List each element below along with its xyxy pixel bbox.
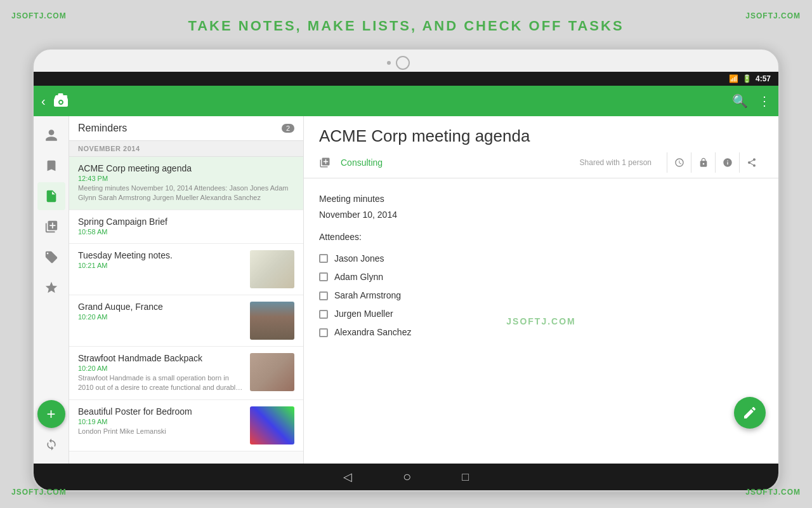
note-item-france[interactable]: Grand Auque, France 10:20 AM (69, 295, 303, 347)
note-notebook-name[interactable]: Consulting (341, 157, 383, 168)
tablet-home-button[interactable] (396, 56, 410, 70)
attendee-1-name: Jason Jones (334, 251, 384, 267)
back-button[interactable]: ‹ (41, 94, 46, 109)
notes-list-count: 2 (282, 124, 294, 133)
meeting-date-line: November 10, 2014 (319, 207, 763, 223)
status-time: 4:57 (756, 74, 771, 83)
reminder-icon[interactable] (667, 152, 691, 173)
status-bar-icons: 📶 🔋 4:57 (729, 74, 771, 83)
tablet-dot (387, 61, 391, 65)
note-item-backpack-time: 10:20 AM (78, 364, 244, 372)
page-headline: TAKE NOTES, MAKE LISTS, AND CHECK OFF TA… (188, 18, 624, 34)
nav-back-button[interactable]: ◁ (343, 470, 352, 484)
checkbox-5[interactable] (319, 328, 328, 337)
checkbox-4[interactable] (319, 310, 328, 319)
watermark-top-right: JSOFTJ.COM (745, 11, 801, 20)
watermark-bottom-right: JSOFTJ.COM (745, 488, 801, 497)
share-icon[interactable] (739, 152, 763, 173)
note-item-spring-time: 10:58 AM (78, 228, 294, 236)
attendee-4: Jurgen Mueller (319, 306, 763, 322)
meeting-minutes-line: Meeting minutes (319, 191, 763, 207)
new-note-button[interactable]: + (37, 400, 65, 428)
note-item-acme-title: ACME Corp meeting agenda (78, 163, 294, 173)
tablet-frame: 📶 🔋 4:57 ‹ 🔍 ⋮ (32, 48, 780, 492)
notebook-icon (319, 157, 331, 168)
evernote-logo (51, 91, 71, 111)
attendee-3-name: Sarah Armstrong (334, 288, 401, 304)
note-item-poster[interactable]: Beautiful Poster for Bedroom 10:19 AM Lo… (69, 400, 303, 451)
checkbox-3[interactable] (319, 291, 328, 300)
note-item-poster-content: Beautiful Poster for Bedroom 10:19 AM Lo… (78, 406, 244, 444)
notes-list-header: Reminders 2 (69, 116, 303, 141)
note-item-france-time: 10:20 AM (78, 313, 244, 321)
nav-home-button[interactable]: ○ (403, 469, 411, 485)
note-detail-meta: Consulting Shared with 1 person (319, 152, 763, 173)
note-item-backpack-preview: Strawfoot Handmade is a small operation … (78, 373, 244, 393)
tablet-camera-area (387, 56, 410, 70)
edit-note-button[interactable] (734, 397, 766, 429)
note-item-france-thumb (250, 302, 294, 340)
attendee-4-name: Jurgen Mueller (334, 306, 393, 322)
sidebar: + (34, 116, 69, 464)
watermark-bottom-left: JSOFTJ.COM (11, 488, 67, 497)
checkbox-1[interactable] (319, 254, 328, 263)
watermark-top-left: JSOFTJ.COM (11, 11, 67, 20)
attendee-1: Jason Jones (319, 251, 763, 267)
app-top-bar: ‹ 🔍 ⋮ (34, 86, 778, 116)
status-bar: 📶 🔋 4:57 (34, 72, 778, 86)
note-item-acme-time: 12:43 PM (78, 175, 294, 182)
more-options-icon[interactable]: ⋮ (758, 93, 771, 109)
battery-icon: 🔋 (742, 74, 752, 83)
sidebar-item-shortcuts[interactable] (37, 152, 65, 180)
note-item-acme[interactable]: ACME Corp meeting agenda 12:43 PM Meetin… (69, 157, 303, 210)
sidebar-bottom: + (37, 400, 65, 464)
sidebar-item-notebooks[interactable] (37, 213, 65, 241)
note-item-backpack[interactable]: Strawfoot Handmade Backpack 10:20 AM Str… (69, 347, 303, 400)
info-icon[interactable] (715, 152, 739, 173)
sidebar-item-tags[interactable] (37, 243, 65, 271)
sidebar-item-starred[interactable] (37, 274, 65, 302)
note-item-france-content: Grand Auque, France 10:20 AM (78, 302, 244, 340)
note-item-backpack-title: Strawfoot Handmade Backpack (78, 353, 244, 363)
attendee-2: Adam Glynn (319, 269, 763, 285)
note-item-tuesday-thumb (250, 250, 294, 288)
note-item-acme-content: ACME Corp meeting agenda 12:43 PM Meetin… (78, 163, 294, 203)
top-bar-actions: 🔍 ⋮ (732, 93, 771, 109)
lock-icon[interactable] (691, 152, 715, 173)
attendees-label: Attendees: (319, 229, 763, 245)
sync-button[interactable] (37, 431, 65, 458)
note-detail-panel: ACME Corp meeting agenda Consulting Shar… (304, 116, 778, 464)
nav-recent-button[interactable]: □ (462, 471, 469, 484)
sidebar-item-account[interactable] (37, 121, 65, 149)
note-detail-body: Meeting minutes November 10, 2014 Attend… (304, 178, 778, 464)
note-detail-title: ACME Corp meeting agenda (319, 126, 763, 146)
checkbox-2[interactable] (319, 272, 328, 281)
attendee-3: Sarah Armstrong (319, 288, 763, 304)
note-item-spring-content: Spring Campaign Brief 10:58 AM (78, 217, 294, 237)
note-item-backpack-thumb (250, 353, 294, 391)
sidebar-item-notes[interactable] (37, 182, 65, 210)
notes-date-header: NOVEMBER 2014 (69, 141, 303, 157)
attendee-2-name: Adam Glynn (334, 269, 383, 285)
note-item-france-title: Grand Auque, France (78, 302, 244, 312)
note-item-poster-title: Beautiful Poster for Bedroom (78, 406, 244, 417)
note-item-poster-thumb (250, 406, 294, 444)
app-container: ‹ 🔍 ⋮ (34, 86, 778, 464)
note-item-acme-preview: Meeting minutes November 10, 2014 Attend… (78, 184, 294, 203)
note-item-spring-title: Spring Campaign Brief (78, 217, 294, 227)
notes-list-panel: Reminders 2 NOVEMBER 2014 ACME Corp meet… (69, 116, 304, 464)
attendee-5-name: Alexandra Sanchez (334, 324, 411, 340)
notes-list-title: Reminders (78, 123, 127, 134)
note-item-poster-preview: London Print Mike Lemanski (78, 427, 244, 436)
note-item-tuesday-time: 10:21 AM (78, 262, 244, 269)
note-shared-label: Shared with 1 person (580, 158, 652, 167)
wifi-icon: 📶 (729, 74, 738, 83)
note-action-icons (667, 152, 763, 173)
note-item-tuesday[interactable]: Tuesday Meeting notes. 10:21 AM (69, 244, 303, 295)
note-item-tuesday-title: Tuesday Meeting notes. (78, 250, 244, 260)
note-item-tuesday-content: Tuesday Meeting notes. 10:21 AM (78, 250, 244, 288)
search-icon[interactable]: 🔍 (732, 93, 748, 109)
note-body-text: Meeting minutes November 10, 2014 Attend… (319, 191, 763, 341)
content-area: + Reminders 2 NOVEMBER 2014 ACME Corp me… (34, 116, 778, 464)
note-item-spring[interactable]: Spring Campaign Brief 10:58 AM (69, 210, 303, 244)
